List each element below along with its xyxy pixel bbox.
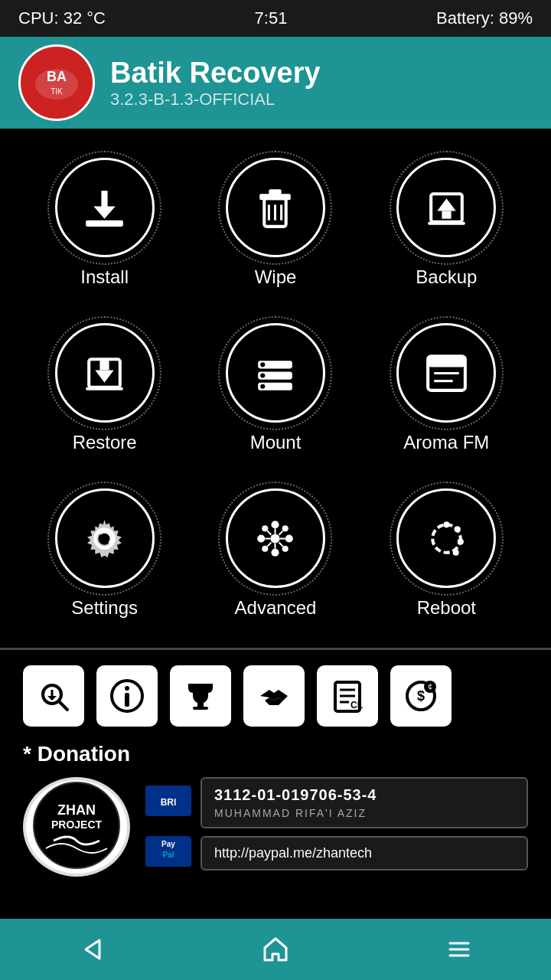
svg-point-23 [261, 362, 266, 367]
svg-point-38 [282, 525, 289, 531]
donation-section: * Donation ZHAN PROJECT [23, 742, 528, 877]
settings-icon-circle [55, 488, 155, 588]
svg-point-31 [99, 532, 111, 544]
svg-rect-27 [428, 356, 465, 367]
svg-text:TIK: TIK [51, 87, 63, 96]
mount-icon [250, 348, 300, 398]
svg-rect-18 [100, 359, 109, 370]
restore-icon [80, 348, 129, 398]
bri-account-box: 3112-01-019706-53-4 MUHAMMAD RIFA'I AZIZ [201, 777, 528, 828]
back-icon [78, 936, 106, 963]
svg-text:$: $ [417, 688, 425, 704]
svg-line-47 [268, 542, 272, 546]
grid-item-wipe[interactable]: Wipe [194, 144, 357, 302]
wipe-icon [250, 183, 300, 233]
bri-logo: BRI [145, 786, 191, 820]
restore-label: Restore [73, 432, 137, 453]
paypal-account-box: http://paypal.me/zhantech [201, 836, 528, 871]
svg-point-40 [282, 545, 289, 551]
svg-rect-60 [125, 693, 129, 707]
svg-text:BA: BA [47, 69, 67, 84]
svg-line-46 [279, 531, 283, 534]
main-menu-grid: Install Wipe Backup [0, 129, 551, 648]
status-bar: CPU: 32 °C 7:51 Battery: 89% [0, 0, 551, 37]
wipe-label: Wipe [255, 266, 297, 288]
donation-title: * Donation [23, 742, 528, 766]
svg-point-52 [458, 538, 464, 544]
svg-rect-14 [442, 211, 451, 218]
install-label: Install [80, 266, 129, 288]
svg-marker-5 [93, 206, 115, 218]
bottom-navigation [0, 919, 551, 980]
search-update-button[interactable] [23, 665, 84, 727]
trophy-button[interactable] [170, 665, 231, 727]
menu-icon [445, 936, 473, 963]
svg-text:¢: ¢ [428, 683, 432, 691]
svg-rect-3 [86, 220, 123, 226]
advanced-label: Advanced [235, 597, 317, 619]
bri-account-name: MUHAMMAD RIFA'I AZIZ [214, 807, 514, 819]
svg-marker-80 [86, 940, 99, 959]
donate-button[interactable]: $ ¢ [390, 665, 452, 727]
svg-rect-62 [193, 707, 208, 710]
app-logo: BA TIK [18, 44, 95, 121]
svg-line-55 [59, 701, 67, 710]
grid-item-settings[interactable]: Settings [23, 475, 186, 632]
search-update-icon [35, 678, 72, 714]
grid-item-reboot[interactable]: Reboot [365, 475, 528, 632]
changelog-button[interactable]: CL [317, 665, 378, 727]
backup-icon [422, 183, 471, 233]
menu-button[interactable] [429, 919, 490, 980]
handshake-button[interactable] [243, 665, 305, 727]
donation-content: ZHAN PROJECT BRI [23, 777, 528, 877]
grid-item-restore[interactable]: Restore [23, 309, 186, 467]
grid-item-mount[interactable]: Mount [194, 309, 357, 467]
svg-marker-57 [47, 696, 57, 701]
donate-icon: $ ¢ [403, 678, 439, 714]
svg-rect-16 [89, 359, 120, 387]
svg-point-30 [101, 534, 109, 542]
grid-item-install[interactable]: Install [23, 144, 186, 302]
bri-payment-row: BRI 3112-01-019706-53-4 MUHAMMAD RIFA'I … [145, 777, 528, 828]
reboot-icon [422, 514, 471, 564]
grid-item-advanced[interactable]: Advanced [194, 475, 357, 632]
svg-text:BRI: BRI [161, 797, 177, 808]
svg-point-37 [262, 525, 269, 531]
back-button[interactable] [61, 919, 122, 980]
svg-point-34 [272, 548, 279, 556]
svg-point-51 [454, 526, 460, 532]
advanced-icon-circle [226, 488, 325, 588]
app-title: Batik Recovery [110, 57, 321, 90]
changelog-icon: CL [329, 678, 366, 714]
svg-rect-22 [259, 382, 293, 390]
home-button[interactable] [245, 919, 306, 980]
svg-point-35 [258, 534, 266, 542]
wipe-icon-circle [226, 158, 325, 257]
info-button[interactable] [96, 665, 158, 727]
trophy-icon [182, 678, 219, 714]
svg-rect-6 [265, 198, 286, 227]
zhan-project-logo: ZHAN PROJECT [23, 777, 130, 877]
svg-text:Pay: Pay [161, 840, 175, 848]
bri-account-number: 3112-01-019706-53-4 [214, 786, 514, 804]
backup-label: Backup [416, 266, 477, 288]
svg-marker-17 [95, 370, 113, 382]
grid-item-backup[interactable]: Backup [365, 144, 528, 302]
svg-point-33 [272, 521, 279, 528]
zhan-logo-text: ZHAN PROJECT [31, 779, 122, 874]
settings-label: Settings [71, 597, 138, 619]
restore-icon-circle [55, 323, 155, 423]
advanced-icon [250, 514, 300, 564]
info-icon [109, 678, 145, 714]
svg-rect-12 [431, 194, 462, 222]
app-header: BA TIK Batik Recovery 3.2.3-B-1.3-OFFICI… [0, 37, 551, 129]
grid-item-aroma-fm[interactable]: Aroma FM [365, 309, 528, 467]
mount-icon-circle [226, 323, 325, 423]
bottom-section: CL $ ¢ * Donation ZHAN PROJECT [0, 650, 551, 892]
paypal-logo: Pay Pal [145, 836, 191, 871]
svg-rect-15 [428, 221, 465, 224]
backup-icon-circle [396, 158, 496, 257]
svg-rect-61 [197, 701, 204, 707]
install-icon [80, 183, 129, 233]
handshake-icon [256, 678, 292, 714]
